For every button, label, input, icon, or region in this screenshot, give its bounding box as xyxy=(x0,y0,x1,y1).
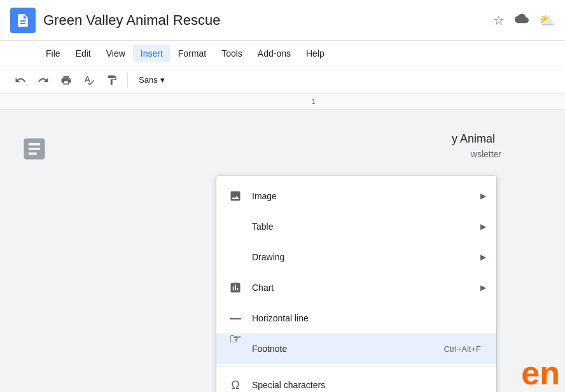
dropdown-item-chart[interactable]: Chart ▶ xyxy=(216,272,496,303)
horizontal-line-icon xyxy=(227,309,244,327)
font-selector[interactable]: Sans ▾ xyxy=(133,72,209,88)
document-title: Green Valley Animal Rescue xyxy=(43,12,493,29)
footnote-shortcut: Ctrl+Alt+F xyxy=(443,344,481,354)
image-arrow: ▶ xyxy=(480,192,486,200)
dropdown-item-horizontal-line[interactable]: Horizontal line xyxy=(216,303,496,333)
menu-view[interactable]: View xyxy=(99,45,133,62)
drawing-icon xyxy=(227,248,244,266)
menu-insert[interactable]: Insert xyxy=(133,45,171,62)
toolbar: Sans ▾ xyxy=(0,66,565,94)
star-icon[interactable]: ☆ xyxy=(493,13,505,28)
table-icon xyxy=(227,218,244,235)
print-button[interactable] xyxy=(56,70,76,90)
menu-file[interactable]: File xyxy=(38,45,68,62)
app-icon xyxy=(10,8,36,33)
table-arrow: ▶ xyxy=(480,222,486,231)
special-characters-label: Special characters xyxy=(252,380,486,390)
footnote-label: Footnote xyxy=(252,344,443,354)
language-indicator: en xyxy=(516,354,565,392)
font-name: Sans xyxy=(139,75,158,85)
chart-icon xyxy=(227,279,244,297)
toolbar-separator xyxy=(127,73,128,88)
table-label: Table xyxy=(252,221,480,232)
insert-dropdown: Image ▶ Table ▶ Drawing ▶ Chart ▶ xyxy=(216,176,496,392)
dropdown-item-special-characters[interactable]: Ω Special characters xyxy=(216,370,496,392)
page-icon xyxy=(20,135,48,169)
omega-icon: Ω xyxy=(227,376,244,392)
drawing-arrow: ▶ xyxy=(480,253,486,262)
title-icons: ☆ ⛅ xyxy=(493,11,555,29)
horizontal-line-label: Horizontal line xyxy=(252,313,486,323)
footnote-icon xyxy=(227,340,244,358)
cloud-icon[interactable]: ⛅ xyxy=(539,13,555,28)
document-area: y Animal wsletter Image ▶ Table ▶ Drawin… xyxy=(0,109,565,392)
drive-icon[interactable] xyxy=(515,11,529,29)
docs-icon xyxy=(15,13,31,28)
menu-format[interactable]: Format xyxy=(171,45,214,62)
dropdown-item-image[interactable]: Image ▶ xyxy=(216,181,496,211)
dropdown-item-drawing[interactable]: Drawing ▶ xyxy=(216,242,496,272)
doc-preview-line2: wsletter xyxy=(471,149,501,159)
font-dropdown-arrow: ▾ xyxy=(160,75,165,85)
doc-preview-line1: y Animal xyxy=(452,132,495,146)
image-label: Image xyxy=(252,191,480,201)
redo-button[interactable] xyxy=(33,70,53,90)
undo-button[interactable] xyxy=(10,70,31,90)
dropdown-item-footnote[interactable]: Footnote Ctrl+Alt+F xyxy=(216,333,496,364)
paint-format-button[interactable] xyxy=(102,70,122,90)
chart-arrow: ▶ xyxy=(480,283,486,292)
menu-addons[interactable]: Add-ons xyxy=(250,45,298,62)
image-icon xyxy=(227,187,244,205)
menu-edit[interactable]: Edit xyxy=(68,45,99,62)
spellcheck-button[interactable] xyxy=(79,70,99,90)
menu-bar: File Edit View Insert Format Tools Add-o… xyxy=(0,41,565,66)
dropdown-divider xyxy=(216,367,496,367)
menu-tools[interactable]: Tools xyxy=(214,45,250,62)
ruler-number: 1 xyxy=(312,98,316,105)
chart-label: Chart xyxy=(252,283,480,293)
drawing-label: Drawing xyxy=(252,252,480,262)
ruler: 1 xyxy=(0,94,565,109)
menu-help[interactable]: Help xyxy=(298,45,332,62)
title-bar: Green Valley Animal Rescue ☆ ⛅ xyxy=(0,0,565,41)
dropdown-item-table[interactable]: Table ▶ xyxy=(216,211,496,242)
